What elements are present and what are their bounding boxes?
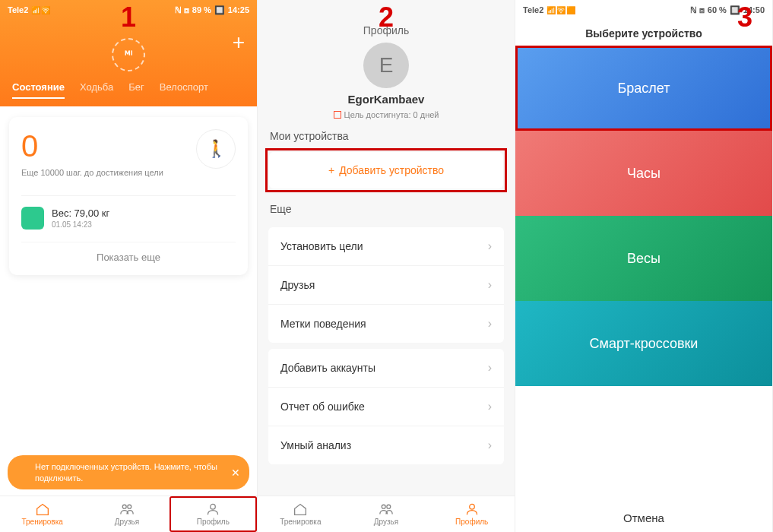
flag-icon	[334, 111, 341, 119]
row-label: Установить цели	[280, 240, 363, 252]
nav-profile-label: Профиль	[455, 518, 488, 526]
activity-card: 0 Еще 10000 шаг. до достижения цели 🚶 Ве…	[9, 117, 248, 275]
weight-value: Вес: 79,00 кг	[52, 207, 109, 219]
device-scale[interactable]: Весы	[515, 216, 772, 301]
cancel-button[interactable]: Отмена	[515, 511, 772, 524]
nav-friends-label: Друзья	[374, 518, 398, 526]
chevron-right-icon: ›	[488, 278, 492, 292]
weight-row[interactable]: Вес: 79,00 кг 01.05 14:23	[21, 195, 236, 230]
overlay-number-2: 2	[379, 2, 394, 33]
overlay-number-3: 3	[737, 2, 752, 33]
svg-point-2	[211, 504, 216, 509]
row-set-goals[interactable]: Установить цели ›	[268, 227, 504, 266]
carrier-label: Tele2	[8, 5, 28, 14]
walk-icon[interactable]: 🚶	[196, 129, 236, 169]
nfc-icon: ℕ ⧈	[175, 5, 189, 15]
add-button[interactable]: +	[233, 30, 245, 55]
username: EgorKambaev	[258, 93, 515, 106]
svg-point-3	[382, 505, 385, 508]
add-device-button[interactable]: + Добавить устройство	[269, 152, 503, 188]
nav-profile-label: Профиль	[197, 518, 230, 526]
steps-goal-text: Еще 10000 шаг. до достижения цели	[21, 168, 163, 177]
battery-icon: 🔲	[214, 5, 225, 15]
device-band[interactable]: Браслет	[515, 46, 772, 131]
connect-device-toast[interactable]: Нет подключенных устройств. Нажмите, что…	[8, 455, 249, 489]
nav-friends-label: Друзья	[115, 518, 139, 526]
nav-training[interactable]: Тренировка	[0, 496, 84, 532]
row-behavior-tags[interactable]: Метки поведения ›	[268, 305, 504, 343]
goal-text: Цель достигнута: 0 дней	[344, 110, 439, 119]
signal-icon: 📶 🛜	[31, 6, 49, 14]
show-more-button[interactable]: Показать еще	[21, 242, 236, 263]
row-label: Добавить аккаунты	[280, 362, 375, 374]
add-device-highlight: + Добавить устройство	[265, 148, 507, 192]
svg-point-0	[122, 505, 126, 508]
device-watch[interactable]: Часы	[515, 131, 772, 216]
chevron-right-icon: ›	[488, 400, 492, 413]
svg-point-5	[469, 504, 474, 509]
avatar[interactable]: E	[363, 43, 409, 88]
row-add-accounts[interactable]: Добавить аккаунты ›	[268, 349, 504, 388]
add-device-label: Добавить устройство	[339, 164, 444, 176]
row-label: Друзья	[280, 279, 315, 291]
mi-logo: ᴹᴵ	[112, 38, 145, 71]
choose-device-title: Выберите устройство	[515, 20, 772, 46]
toast-text: Нет подключенных устройств. Нажмите, что…	[35, 461, 223, 483]
more-heading: Еще	[258, 192, 515, 221]
goal-status: Цель достигнута: 0 дней	[258, 110, 515, 119]
row-label: Отчет об ошибке	[280, 401, 365, 413]
overlay-number-1: 1	[121, 2, 136, 33]
svg-point-4	[387, 505, 391, 508]
row-bug-report[interactable]: Отчет об ошибке ›	[268, 388, 504, 426]
row-label: Метки поведения	[280, 318, 366, 330]
row-smart-analysis[interactable]: Умный анализ ›	[268, 426, 504, 464]
nav-profile[interactable]: Профиль	[169, 496, 257, 532]
weight-date: 01.05 14:23	[52, 220, 109, 229]
close-icon[interactable]: ✕	[231, 466, 240, 480]
nav-training-label: Тренировка	[280, 518, 321, 526]
nav-training-label: Тренировка	[21, 518, 62, 526]
plus-icon: +	[328, 164, 334, 176]
clock: 14:25	[228, 5, 249, 14]
battery-percent: 89 %	[192, 5, 211, 14]
tab-run[interactable]: Бег	[128, 81, 144, 99]
tab-walk[interactable]: Ходьба	[80, 81, 113, 99]
scale-icon	[21, 207, 44, 230]
nav-friends[interactable]: Друзья	[344, 496, 429, 532]
chevron-right-icon: ›	[488, 239, 492, 253]
row-label: Умный анализ	[280, 439, 351, 451]
chevron-right-icon: ›	[488, 317, 492, 331]
chevron-right-icon: ›	[488, 439, 492, 452]
chevron-right-icon: ›	[488, 361, 492, 375]
nav-profile[interactable]: Профиль	[429, 496, 515, 532]
tab-state[interactable]: Состояние	[12, 81, 65, 99]
bottom-nav: Тренировка Друзья Профиль	[258, 496, 515, 532]
my-devices-heading: Мои устройства	[258, 119, 515, 148]
nav-friends[interactable]: Друзья	[84, 496, 169, 532]
nav-training[interactable]: Тренировка	[258, 496, 344, 532]
svg-point-1	[128, 505, 131, 508]
bottom-nav: Тренировка Друзья Профиль	[0, 496, 257, 532]
row-friends[interactable]: Друзья ›	[268, 266, 504, 305]
steps-count: 0	[21, 129, 163, 163]
device-shoes[interactable]: Смарт-кроссовки	[515, 301, 772, 386]
tab-bike[interactable]: Велоспорт	[160, 81, 208, 99]
